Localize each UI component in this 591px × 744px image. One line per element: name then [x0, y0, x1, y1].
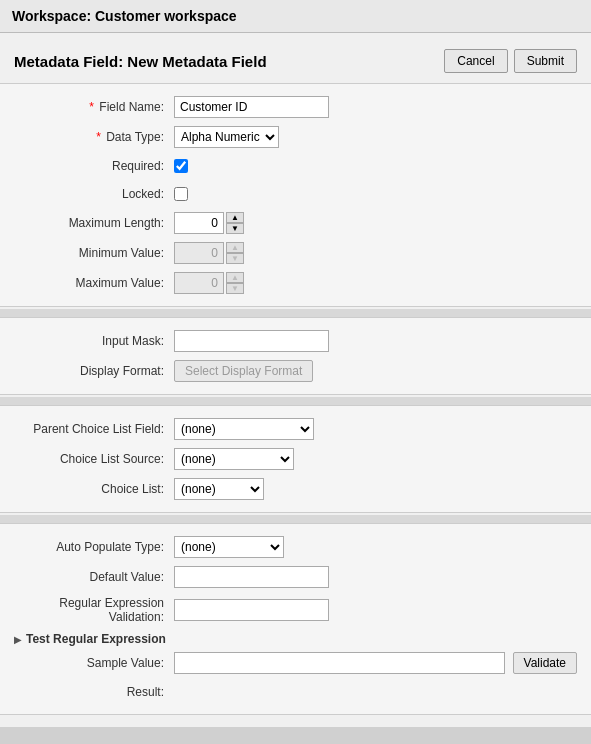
- required-control: [174, 159, 577, 173]
- default-value-row: Default Value:: [0, 562, 591, 592]
- auto-populate-select[interactable]: (none): [174, 536, 284, 558]
- max-length-spinner: ▲ ▼: [174, 212, 244, 234]
- locked-checkbox[interactable]: [174, 187, 188, 201]
- main-content: Metadata Field: New Metadata Field Cance…: [0, 33, 591, 727]
- max-length-row: Maximum Length: ▲ ▼: [0, 208, 591, 238]
- auto-populate-row: Auto Populate Type: (none): [0, 532, 591, 562]
- choice-list-source-label: Choice List Source:: [14, 452, 174, 466]
- auto-populate-label: Auto Populate Type:: [14, 540, 174, 554]
- section-gap-3: [0, 515, 591, 523]
- max-value-control: ▲ ▼: [174, 272, 577, 294]
- parent-choice-select[interactable]: (none): [174, 418, 314, 440]
- choice-list-source-row: Choice List Source: (none): [0, 444, 591, 474]
- max-length-input[interactable]: [174, 212, 224, 234]
- choice-list-section: Parent Choice List Field: (none) Choice …: [0, 405, 591, 513]
- sample-value-control: Validate: [174, 652, 577, 674]
- min-value-up-btn: ▲: [226, 242, 244, 253]
- parent-choice-control: (none): [174, 418, 577, 440]
- triangle-icon: ▶: [14, 634, 22, 645]
- field-name-input[interactable]: [174, 96, 329, 118]
- test-regex-header: ▶ Test Regular Expression: [0, 628, 591, 648]
- data-type-control: Alpha Numeric Numeric Date Boolean List: [174, 126, 577, 148]
- regex-label: Regular Expression Validation:: [14, 596, 174, 624]
- header-row: Metadata Field: New Metadata Field Cance…: [0, 43, 591, 83]
- required-label: Required:: [14, 159, 174, 173]
- min-value-label: Minimum Value:: [14, 246, 174, 260]
- default-value-input[interactable]: [174, 566, 329, 588]
- max-value-spinner: ▲ ▼: [174, 272, 244, 294]
- validate-button[interactable]: Validate: [513, 652, 577, 674]
- default-value-control: [174, 566, 577, 588]
- display-format-label: Display Format:: [14, 364, 174, 378]
- mask-format-section: Input Mask: Display Format: Select Displ…: [0, 317, 591, 395]
- outer-container: Workspace: Customer workspace Metadata F…: [0, 0, 591, 727]
- auto-populate-section: Auto Populate Type: (none) Default Value…: [0, 523, 591, 715]
- locked-control: [174, 187, 577, 201]
- data-type-row: * Data Type: Alpha Numeric Numeric Date …: [0, 122, 591, 152]
- max-value-up-btn: ▲: [226, 272, 244, 283]
- display-format-row: Display Format: Select Display Format: [0, 356, 591, 386]
- data-type-select[interactable]: Alpha Numeric Numeric Date Boolean List: [174, 126, 279, 148]
- sample-value-label: Sample Value:: [14, 656, 174, 670]
- max-value-label: Maximum Value:: [14, 276, 174, 290]
- choice-list-control: (none): [174, 478, 577, 500]
- locked-label: Locked:: [14, 187, 174, 201]
- min-value-spinner: ▲ ▼: [174, 242, 244, 264]
- choice-list-row: Choice List: (none): [0, 474, 591, 504]
- metadata-field-title: Metadata Field: New Metadata Field: [14, 53, 267, 70]
- input-mask-control: [174, 330, 577, 352]
- max-value-down-btn: ▼: [226, 283, 244, 294]
- parent-choice-row: Parent Choice List Field: (none): [0, 414, 591, 444]
- workspace-title-text: Workspace: Customer workspace: [12, 8, 237, 24]
- sample-value-input[interactable]: [174, 652, 505, 674]
- min-value-input: [174, 242, 224, 264]
- max-length-down-btn[interactable]: ▼: [226, 223, 244, 234]
- parent-choice-label: Parent Choice List Field:: [14, 422, 174, 436]
- regex-row: Regular Expression Validation:: [0, 592, 591, 628]
- field-name-control: [174, 96, 577, 118]
- sample-value-row: Sample Value: Validate: [0, 648, 591, 678]
- choice-list-source-control: (none): [174, 448, 577, 470]
- locked-row: Locked:: [0, 180, 591, 208]
- input-mask-label: Input Mask:: [14, 334, 174, 348]
- auto-populate-control: (none): [174, 536, 577, 558]
- regex-input[interactable]: [174, 599, 329, 621]
- workspace-title: Workspace: Customer workspace: [0, 0, 591, 33]
- min-value-spinner-btns: ▲ ▼: [226, 242, 244, 264]
- field-name-label: * Field Name:: [14, 100, 174, 114]
- default-value-label: Default Value:: [14, 570, 174, 584]
- result-label: Result:: [14, 685, 174, 699]
- max-length-control: ▲ ▼: [174, 212, 577, 234]
- section-gap-2: [0, 397, 591, 405]
- min-value-down-btn: ▼: [226, 253, 244, 264]
- max-value-row: Maximum Value: ▲ ▼: [0, 268, 591, 298]
- field-name-required-star: *: [89, 100, 94, 114]
- regex-control: [174, 599, 577, 621]
- select-display-format-button[interactable]: Select Display Format: [174, 360, 313, 382]
- max-value-input: [174, 272, 224, 294]
- section-gap-1: [0, 309, 591, 317]
- choice-list-select[interactable]: (none): [174, 478, 264, 500]
- data-type-required-star: *: [96, 130, 101, 144]
- submit-button[interactable]: Submit: [514, 49, 577, 73]
- cancel-button[interactable]: Cancel: [444, 49, 507, 73]
- min-value-row: Minimum Value: ▲ ▼: [0, 238, 591, 268]
- header-buttons: Cancel Submit: [444, 49, 577, 73]
- choice-list-source-select[interactable]: (none): [174, 448, 294, 470]
- min-value-control: ▲ ▼: [174, 242, 577, 264]
- choice-list-label: Choice List:: [14, 482, 174, 496]
- field-name-row: * Field Name:: [0, 92, 591, 122]
- data-type-label: * Data Type:: [14, 130, 174, 144]
- max-value-spinner-btns: ▲ ▼: [226, 272, 244, 294]
- input-mask-input[interactable]: [174, 330, 329, 352]
- max-length-spinner-btns: ▲ ▼: [226, 212, 244, 234]
- display-format-control: Select Display Format: [174, 360, 577, 382]
- main-form-section: * Field Name: * Data Type: Alpha Numeric…: [0, 83, 591, 307]
- test-regex-label: Test Regular Expression: [26, 632, 166, 646]
- max-length-up-btn[interactable]: ▲: [226, 212, 244, 223]
- required-checkbox[interactable]: [174, 159, 188, 173]
- required-row: Required:: [0, 152, 591, 180]
- result-row: Result:: [0, 678, 591, 706]
- max-length-label: Maximum Length:: [14, 216, 174, 230]
- input-mask-row: Input Mask:: [0, 326, 591, 356]
